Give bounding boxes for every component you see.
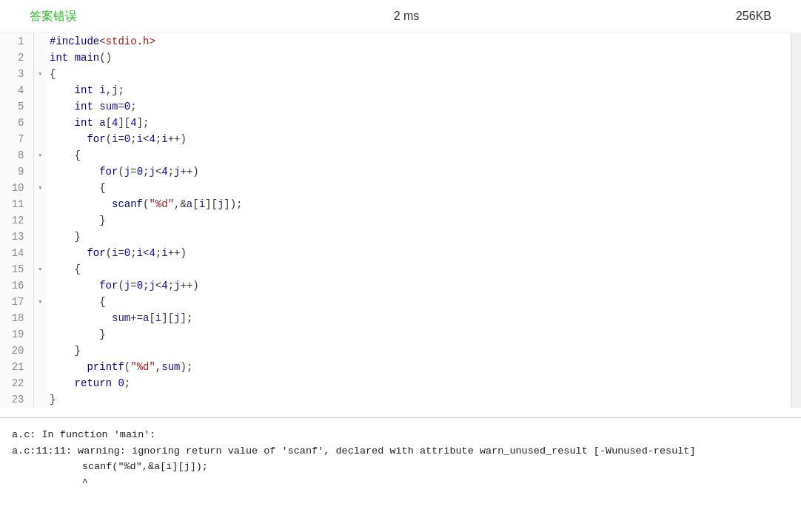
code-content-3: { <box>47 66 791 82</box>
line-number-16: 16 <box>0 277 33 294</box>
code-content-15: { <box>47 261 791 277</box>
status-label: 答案错误 <box>30 9 77 24</box>
line-number-19: 19 <box>0 326 33 343</box>
output-area: a.c: In function 'main': a.c:11:11: warn… <box>0 418 801 499</box>
code-content-5: int sum=0; <box>47 98 791 115</box>
code-row-19: 19 } <box>0 326 791 343</box>
code-row-14: 14 for(i=0;i<4;i++) <box>0 245 791 261</box>
code-row-16: 16 for(j=0;j<4;j++) <box>0 277 791 294</box>
line-number-11: 11 <box>0 196 33 212</box>
code-row-12: 12 } <box>0 212 791 229</box>
line-number-22: 22 <box>0 375 33 391</box>
code-content-8: { <box>47 147 791 164</box>
code-row-4: 4 int i,j; <box>0 82 791 98</box>
line-number-14: 14 <box>0 245 33 261</box>
line-number-17: 17 <box>0 294 33 310</box>
fold-indicator-1 <box>33 33 47 50</box>
output-line-1: a.c: In function 'main': <box>12 427 789 443</box>
code-content-10: { <box>47 180 791 196</box>
code-row-9: 9 for(j=0;j<4;j++) <box>0 164 791 180</box>
code-content-9: for(j=0;j<4;j++) <box>47 164 791 180</box>
fold-indicator-15[interactable]: ▾ <box>33 261 47 277</box>
code-content-18: sum+=a[i][j]; <box>47 310 791 326</box>
code-row-10: 10▾ { <box>0 180 791 196</box>
code-content-2: int main() <box>47 50 791 66</box>
line-number-8: 8 <box>0 147 33 164</box>
code-row-20: 20 } <box>0 343 791 359</box>
output-line-4: ^ <box>12 475 789 491</box>
fold-indicator-14 <box>33 245 47 261</box>
code-table: 1#include<stdio.h>2int main()3▾{4 int i,… <box>0 33 791 408</box>
time-label: 2 ms <box>394 10 420 23</box>
line-number-4: 4 <box>0 82 33 98</box>
code-container: 1#include<stdio.h>2int main()3▾{4 int i,… <box>0 33 801 418</box>
fold-indicator-22 <box>33 375 47 391</box>
code-content-23: } <box>47 391 791 408</box>
fold-indicator-12 <box>33 212 47 229</box>
code-row-7: 7 for(i=0;i<4;i++) <box>0 131 791 147</box>
fold-indicator-4 <box>33 82 47 98</box>
fold-indicator-5 <box>33 98 47 115</box>
line-number-2: 2 <box>0 50 33 66</box>
line-number-1: 1 <box>0 33 33 50</box>
vertical-scrollbar[interactable] <box>791 33 801 408</box>
code-row-11: 11 scanf("%d",&a[i][j]); <box>0 196 791 212</box>
line-number-10: 10 <box>0 180 33 196</box>
line-number-9: 9 <box>0 164 33 180</box>
line-number-6: 6 <box>0 115 33 131</box>
line-number-3: 3 <box>0 66 33 82</box>
code-row-1: 1#include<stdio.h> <box>0 33 791 50</box>
code-content-14: for(i=0;i<4;i++) <box>47 245 791 261</box>
code-content-6: int a[4][4]; <box>47 115 791 131</box>
code-row-3: 3▾{ <box>0 66 791 82</box>
code-content-11: scanf("%d",&a[i][j]); <box>47 196 791 212</box>
code-content-12: } <box>47 212 791 229</box>
top-bar: 答案错误 2 ms 256KB <box>0 0 801 33</box>
code-row-17: 17▾ { <box>0 294 791 310</box>
fold-indicator-7 <box>33 131 47 147</box>
code-row-18: 18 sum+=a[i][j]; <box>0 310 791 326</box>
line-number-18: 18 <box>0 310 33 326</box>
line-number-23: 23 <box>0 391 33 408</box>
fold-indicator-23 <box>33 391 47 408</box>
fold-indicator-8[interactable]: ▾ <box>33 147 47 164</box>
fold-indicator-21 <box>33 359 47 375</box>
fold-indicator-2 <box>33 50 47 66</box>
fold-indicator-10[interactable]: ▾ <box>33 180 47 196</box>
fold-indicator-13 <box>33 229 47 245</box>
code-content-21: printf("%d",sum); <box>47 359 791 375</box>
fold-indicator-17[interactable]: ▾ <box>33 294 47 310</box>
output-line-3: scanf("%d",&a[i][j]); <box>12 459 789 475</box>
code-content-7: for(i=0;i<4;i++) <box>47 131 791 147</box>
line-number-15: 15 <box>0 261 33 277</box>
code-row-6: 6 int a[4][4]; <box>0 115 791 131</box>
code-row-13: 13 } <box>0 229 791 245</box>
code-row-22: 22 return 0; <box>0 375 791 391</box>
code-content-19: } <box>47 326 791 343</box>
fold-indicator-9 <box>33 164 47 180</box>
code-scroll-area[interactable]: 1#include<stdio.h>2int main()3▾{4 int i,… <box>0 33 791 408</box>
line-number-20: 20 <box>0 343 33 359</box>
code-row-15: 15▾ { <box>0 261 791 277</box>
line-number-21: 21 <box>0 359 33 375</box>
fold-indicator-19 <box>33 326 47 343</box>
line-number-13: 13 <box>0 229 33 245</box>
memory-label: 256KB <box>736 10 771 23</box>
code-row-21: 21 printf("%d",sum); <box>0 359 791 375</box>
code-content-4: int i,j; <box>47 82 791 98</box>
line-number-5: 5 <box>0 98 33 115</box>
fold-indicator-20 <box>33 343 47 359</box>
fold-indicator-3[interactable]: ▾ <box>33 66 47 82</box>
code-content-13: } <box>47 229 791 245</box>
code-row-2: 2int main() <box>0 50 791 66</box>
output-line-2: a.c:11:11: warning: ignoring return valu… <box>12 443 789 459</box>
fold-indicator-6 <box>33 115 47 131</box>
fold-indicator-18 <box>33 310 47 326</box>
code-content-22: return 0; <box>47 375 791 391</box>
code-row-23: 23} <box>0 391 791 408</box>
line-number-7: 7 <box>0 131 33 147</box>
fold-indicator-16 <box>33 277 47 294</box>
code-content-17: { <box>47 294 791 310</box>
code-row-5: 5 int sum=0; <box>0 98 791 115</box>
fold-indicator-11 <box>33 196 47 212</box>
